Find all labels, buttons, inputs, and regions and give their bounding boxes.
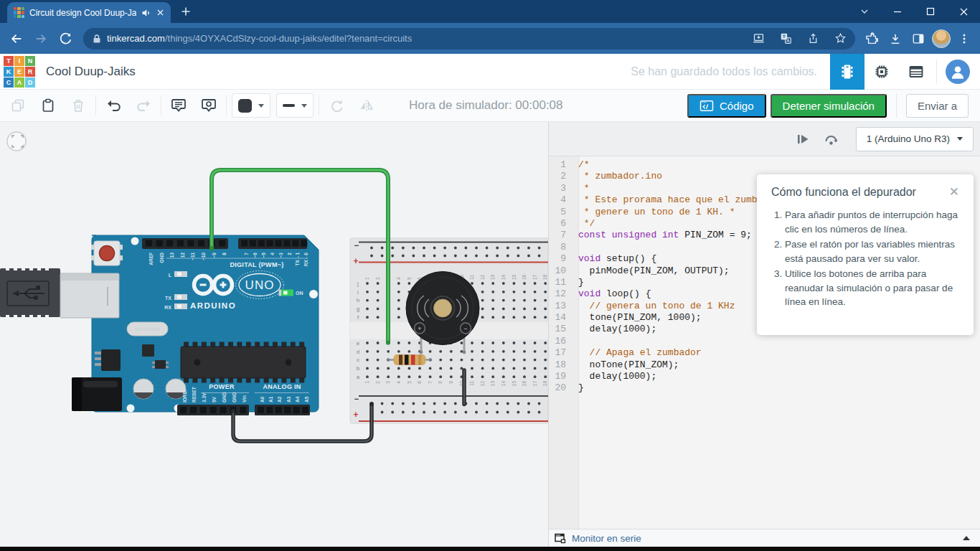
notes-icon[interactable] — [164, 93, 194, 118]
saved-status: Se han guardado todos los cambios. — [631, 65, 817, 78]
send-to-button[interactable]: Enviar a — [906, 94, 969, 118]
line-number[interactable]: 1 — [549, 159, 573, 171]
editor-toolbar: Hora de simulador: 00:00:08 Código Deten… — [0, 90, 980, 122]
step-over-icon[interactable] — [817, 126, 846, 152]
line-number[interactable]: 20 — [549, 382, 573, 394]
arduino-brand-label: ARDUINO — [190, 301, 236, 310]
translate-icon[interactable] — [775, 29, 796, 49]
led-tx-label: TX — [165, 296, 171, 301]
toolbar-separator — [95, 95, 96, 116]
line-number[interactable]: 8 — [549, 242, 573, 253]
back-icon[interactable] — [4, 27, 29, 51]
usb-cable[interactable] — [0, 267, 60, 319]
copy-icon[interactable] — [3, 93, 33, 118]
line-number[interactable]: 2 — [549, 171, 573, 182]
flip-icon[interactable] — [352, 93, 382, 118]
code-editor[interactable]: 1/*2 * zumbador.ino3 *4 * Este prorama h… — [549, 156, 980, 529]
svg-text:18: 18 — [542, 381, 547, 387]
rotate-icon[interactable] — [321, 93, 352, 118]
share-icon[interactable] — [802, 29, 824, 49]
line-number[interactable]: 4 — [549, 194, 573, 206]
window-close-button[interactable] — [947, 0, 980, 23]
close-icon[interactable]: ✕ — [948, 186, 961, 198]
schematic-view-button[interactable] — [864, 54, 899, 90]
svg-text:5V: 5V — [212, 396, 217, 402]
user-avatar[interactable] — [946, 60, 970, 84]
svg-text:RESET: RESET — [192, 387, 197, 402]
wire-style-dropdown[interactable] — [276, 93, 314, 118]
component-list-button[interactable] — [899, 54, 933, 90]
svg-text:15: 15 — [512, 274, 517, 280]
svg-text:11: 11 — [469, 275, 474, 280]
line-number[interactable]: 5 — [549, 207, 573, 218]
line-number[interactable]: 13 — [549, 301, 573, 312]
extensions-puzzle-icon[interactable] — [861, 27, 884, 51]
chevron-down-icon — [258, 104, 264, 108]
url-bar[interactable]: tinkercad.com/things/4OYXACdSlzy-cool-du… — [83, 28, 855, 50]
line-number[interactable]: 19 — [549, 371, 573, 382]
undo-icon[interactable] — [98, 93, 128, 118]
line-number[interactable]: 18 — [549, 359, 573, 371]
line-number[interactable]: 6 — [549, 218, 573, 230]
crystal-label: SPK16.000G — [135, 327, 160, 331]
svg-text:A5: A5 — [304, 396, 309, 402]
browser-chevron-icon[interactable] — [848, 0, 881, 23]
install-app-icon[interactable] — [748, 29, 769, 49]
line-number[interactable]: 16 — [549, 336, 573, 347]
toolbar-separator — [226, 95, 227, 116]
expand-serial-icon[interactable] — [963, 536, 970, 540]
svg-text:g: g — [357, 306, 359, 312]
window-minimize-button[interactable] — [881, 0, 914, 23]
board-selector-dropdown[interactable]: 1 (Arduino Uno R3) — [856, 127, 974, 151]
color-dropdown[interactable] — [232, 93, 270, 118]
svg-text:h: h — [357, 297, 359, 303]
line-number[interactable]: 17 — [549, 347, 573, 359]
digital-label: DIGITAL (PWM~) — [230, 261, 283, 268]
bookmark-star-icon[interactable] — [829, 29, 851, 49]
line-number[interactable]: 9 — [549, 253, 573, 265]
reset-button[interactable] — [91, 241, 123, 265]
led-l-label: L — [169, 273, 172, 278]
line-number[interactable]: 3 — [549, 183, 573, 194]
usb-port — [60, 273, 119, 318]
serial-monitor-bar[interactable]: Monitor en serie — [549, 529, 980, 547]
circuit-canvas[interactable]: AREFGND1312~11~10~987~6~54~32TX→1RX←0 DI… — [0, 122, 548, 547]
tab-audio-icon[interactable] — [141, 8, 151, 18]
line-number[interactable]: 7 — [549, 230, 573, 241]
tinkercad-logo[interactable]: TINKERCAD — [4, 56, 35, 88]
browser-profile-avatar[interactable] — [932, 29, 951, 48]
line-number[interactable]: 10 — [549, 265, 573, 277]
downloads-icon[interactable] — [884, 27, 907, 51]
line-number[interactable]: 14 — [549, 312, 573, 324]
components-view-button[interactable] — [830, 54, 864, 90]
browser-tab[interactable]: Circuit design Cool Duup-Jaiks — [7, 2, 171, 23]
browser-menu-icon[interactable] — [953, 27, 976, 51]
toolbar-separator — [896, 93, 897, 118]
svg-text:4: 4 — [396, 277, 401, 280]
svg-text:a: a — [357, 374, 360, 380]
stop-simulation-button[interactable]: Detener simulación — [771, 94, 887, 118]
side-panel-icon[interactable] — [907, 27, 930, 51]
code-button[interactable]: Código — [687, 94, 766, 118]
paste-icon[interactable] — [33, 93, 63, 118]
code-line: 17 // Apaga el zumbador — [549, 347, 980, 359]
forward-icon[interactable] — [29, 27, 53, 51]
power-label: POWER — [209, 383, 235, 390]
reload-icon[interactable] — [53, 27, 77, 51]
window-maximize-button[interactable] — [914, 0, 947, 23]
svg-text:12: 12 — [180, 253, 185, 258]
line-number[interactable]: 11 — [549, 277, 573, 288]
design-title[interactable]: Cool Duup-Jaiks — [46, 65, 136, 79]
line-number[interactable]: 12 — [549, 288, 573, 300]
show-notes-icon[interactable] — [194, 93, 224, 118]
delete-icon[interactable] — [63, 93, 93, 118]
zoom-to-fit-button[interactable] — [7, 132, 26, 151]
redo-icon[interactable] — [128, 93, 159, 118]
resume-simulation-icon[interactable] — [788, 126, 817, 152]
browser-navbar: tinkercad.com/things/4OYXACdSlzy-cool-du… — [0, 23, 980, 54]
new-tab-button[interactable] — [181, 6, 191, 19]
line-number[interactable]: 15 — [549, 324, 573, 335]
tab-close-icon[interactable] — [156, 9, 164, 17]
arduino-uno-board[interactable]: AREFGND1312~11~10~987~6~54~32TX→1RX←0 DI… — [60, 235, 319, 415]
svg-text:Vin: Vin — [242, 395, 247, 402]
